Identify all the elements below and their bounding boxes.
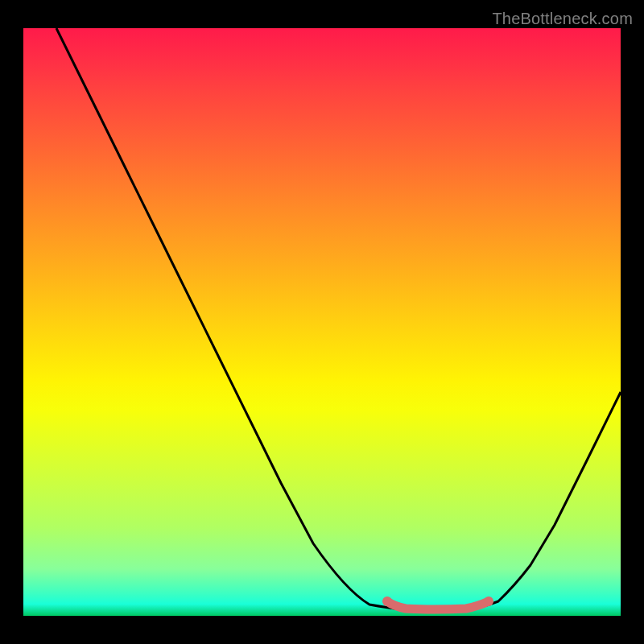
highlight-endpoint-left [382,597,392,606]
chart-container: TheBottleneck.com [0,0,644,644]
watermark-text: TheBottleneck.com [492,10,633,28]
plot-area [23,28,621,616]
bottleneck-curve [56,28,621,610]
highlight-endpoint-right [484,597,493,606]
curve-svg [23,28,621,616]
highlight-segment [387,601,489,609]
